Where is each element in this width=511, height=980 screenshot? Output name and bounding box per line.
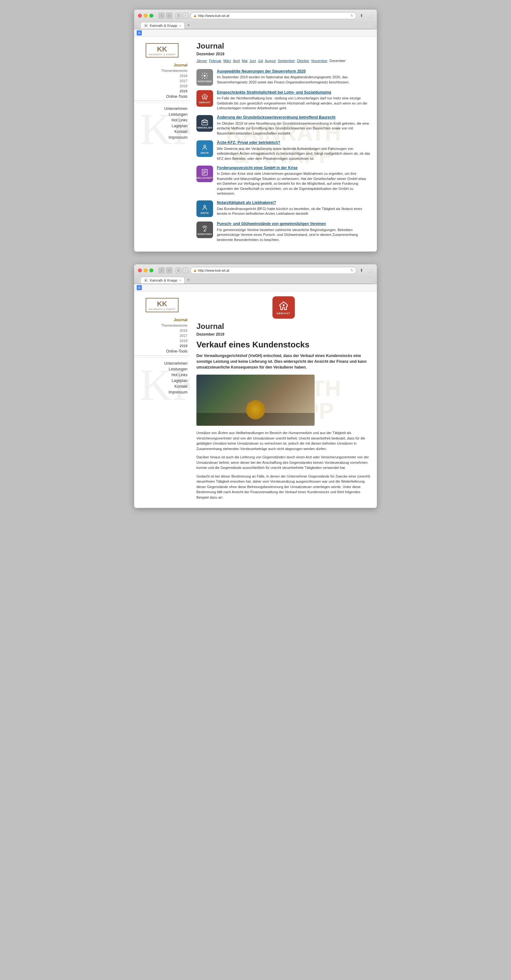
forward-button[interactable]: › bbox=[166, 13, 173, 19]
article-item-4: ÄRZTE Ärzte-KFZ: Privat oder betrieblich… bbox=[197, 140, 370, 161]
sidebar-divider bbox=[134, 101, 190, 105]
google-bookmark[interactable]: G bbox=[137, 30, 142, 35]
article-icon-5: GESELLSCHAFTEN bbox=[197, 165, 213, 182]
article-text-7: Punsch- und Glühweinstände von gemeinnüt… bbox=[217, 221, 370, 242]
url-text-2: http://www.kuk-wt.at bbox=[198, 269, 229, 272]
month-okt[interactable]: Oktober bbox=[297, 59, 309, 63]
share-icon[interactable]: ↑ bbox=[182, 13, 189, 19]
sidebar-item-onlinetools[interactable]: Online-Tools bbox=[134, 94, 190, 99]
sidebar-item-leistungen-2[interactable]: Leistungen bbox=[134, 366, 190, 372]
sidebar-item-unternehmen-2[interactable]: Unternehmen bbox=[134, 361, 190, 366]
article-title-5[interactable]: Forderungsverzicht einer GmbH in der Kri… bbox=[217, 165, 370, 171]
share-icon-2[interactable]: ↑ bbox=[182, 267, 189, 273]
sidebar-item-2018[interactable]: 2018 bbox=[134, 83, 190, 89]
sidebar-item-themenbereiche-2[interactable]: Themenbereiche bbox=[134, 323, 190, 328]
address-bar-2[interactable]: 🔒 http://www.kuk-wt.at ↻ bbox=[190, 267, 356, 274]
article-body-7: Für gemeinnützige Vereine bestehen zahlr… bbox=[217, 228, 370, 242]
month-jan[interactable]: Jänner bbox=[197, 59, 207, 63]
month-feb[interactable]: Februar bbox=[209, 59, 222, 63]
sidebar-item-themenbereiche[interactable]: Themenbereiche bbox=[134, 68, 190, 73]
tab-close-button[interactable]: × bbox=[179, 24, 181, 27]
sidebar-item-lageplan[interactable]: Lageplan bbox=[134, 123, 190, 129]
sidebar-item-impressum[interactable]: Impressum bbox=[134, 135, 190, 140]
sidebar-item-lageplan-2[interactable]: Lageplan bbox=[134, 378, 190, 383]
bookmarks-bar: G bbox=[134, 29, 377, 37]
logo-name: KAINRATH & KNAPP bbox=[149, 53, 175, 56]
month-aug[interactable]: August bbox=[265, 59, 276, 63]
tab-close-button-2[interactable]: × bbox=[179, 279, 181, 282]
sidebar-item-2016[interactable]: 2016 bbox=[134, 73, 190, 78]
lock-icon-2: 🔒 bbox=[193, 269, 197, 272]
new-tab-icon-2[interactable]: ⬜ bbox=[367, 267, 373, 274]
sidebar-item-kontakt[interactable]: Kontakt bbox=[134, 129, 190, 135]
back-button-2[interactable]: ‹ bbox=[159, 267, 165, 274]
google-bookmark-2[interactable]: G bbox=[137, 285, 142, 290]
article-body-4: Wie Gewinne aus der Veräußerung sowie la… bbox=[217, 146, 370, 161]
article-item-2: GERICHT Eingeschränkte Strafmöglichkeit … bbox=[197, 90, 370, 111]
sidebar-item-unternehmen[interactable]: Unternehmen bbox=[134, 106, 190, 111]
sidebar-item-kontakt-2[interactable]: Kontakt bbox=[134, 383, 190, 389]
new-tab-button-2[interactable]: + bbox=[185, 276, 192, 283]
minimize-button[interactable] bbox=[144, 14, 148, 18]
svg-point-6 bbox=[204, 145, 206, 147]
sidebar-item-hotlinks-2[interactable]: Hot Links bbox=[134, 372, 190, 378]
sidebar-item-leistungen[interactable]: Leistungen bbox=[134, 111, 190, 117]
month-apr[interactable]: April bbox=[233, 59, 240, 63]
close-button[interactable] bbox=[138, 14, 142, 18]
article-item-3: IMMOBILIEN Änderung der Grundstückswerte… bbox=[197, 115, 370, 136]
new-tab-button[interactable]: + bbox=[185, 21, 192, 29]
share-button-2[interactable]: ⬆ bbox=[358, 267, 365, 274]
sidebar-item-2017-2[interactable]: 2017 bbox=[134, 333, 190, 338]
sidebar-item-2016-2[interactable]: 2016 bbox=[134, 328, 190, 333]
article-title-4[interactable]: Ärzte-KFZ: Privat oder betrieblich? bbox=[217, 140, 370, 145]
month-sep[interactable]: September bbox=[278, 59, 295, 63]
month-nov[interactable]: November bbox=[311, 59, 328, 63]
month-jun[interactable]: Juni bbox=[249, 59, 256, 63]
new-tab-icon[interactable]: ⬜ bbox=[367, 13, 373, 19]
article-header-icon-label: GERICHT bbox=[276, 312, 290, 315]
minimize-button-2[interactable] bbox=[144, 269, 148, 272]
share-button[interactable]: ⬆ bbox=[358, 13, 365, 19]
sidebar-item-journal-2[interactable]: Journal bbox=[134, 317, 190, 323]
close-button-2[interactable] bbox=[138, 269, 142, 272]
article-title-3[interactable]: Änderung der Grundstückswerteverordnung … bbox=[217, 115, 370, 120]
maximize-button-2[interactable] bbox=[149, 269, 153, 272]
address-bar[interactable]: 🔒 http://www.kuk-wt.at ↻ bbox=[190, 12, 356, 19]
journal-title: Journal bbox=[197, 41, 370, 51]
article-title-1[interactable]: Ausgewählte Neuerungen der Steuerreform … bbox=[217, 69, 370, 74]
article-title-2[interactable]: Eingeschränkte Strafmöglichkeit bei Lohn… bbox=[217, 90, 370, 95]
svg-point-14 bbox=[282, 304, 284, 306]
sidebar-item-2019-2[interactable]: 2019 bbox=[134, 343, 190, 348]
sidebar-item-2017[interactable]: 2017 bbox=[134, 78, 190, 83]
back-button[interactable]: ‹ bbox=[159, 13, 165, 19]
article-title-7[interactable]: Punsch- und Glühweinstände von gemeinnüt… bbox=[217, 221, 370, 227]
big-article-title: Verkauf eines Kundenstocks bbox=[197, 340, 370, 350]
tab-active[interactable]: K Kainrath & Knapp × bbox=[141, 22, 185, 29]
forward-button-2[interactable]: › bbox=[166, 267, 173, 274]
reload-icon[interactable]: ↻ bbox=[350, 13, 354, 18]
reader-icon[interactable]: ☰ bbox=[176, 13, 181, 19]
sidebar-item-hotlinks[interactable]: Hot Links bbox=[134, 117, 190, 123]
tab-active-2[interactable]: K Kainrath & Knapp × bbox=[141, 277, 185, 283]
reader-icon-2[interactable]: ☰ bbox=[176, 267, 181, 273]
sidebar-item-onlinetools-2[interactable]: Online-Tools bbox=[134, 348, 190, 354]
maximize-button[interactable] bbox=[149, 14, 153, 18]
article-text-5: Forderungsverzicht einer GmbH in der Kri… bbox=[217, 165, 370, 196]
article-title-6[interactable]: Notarzttätigkeit als Liebhaberei? bbox=[217, 200, 370, 205]
sidebar: KK KAINRATH & KNAPP Journal Themenbereic… bbox=[134, 37, 190, 251]
sidebar-item-journal[interactable]: Journal bbox=[134, 62, 190, 68]
sidebar-link-journal-2[interactable]: Journal bbox=[137, 318, 187, 322]
sidebar-item-2018-2[interactable]: 2018 bbox=[134, 338, 190, 343]
sidebar-link-themenbereiche[interactable]: Themenbereiche bbox=[137, 69, 187, 73]
svg-point-0 bbox=[204, 75, 206, 77]
article-icon-label-1: SONSTIGES bbox=[197, 80, 212, 83]
month-mai[interactable]: Mai bbox=[242, 59, 248, 63]
month-mar[interactable]: März bbox=[223, 59, 231, 63]
article-text-4: Ärzte-KFZ: Privat oder betrieblich? Wie … bbox=[217, 140, 370, 161]
sidebar-item-impressum-2[interactable]: Impressum bbox=[134, 389, 190, 395]
month-jul[interactable]: Juli bbox=[258, 59, 263, 63]
sidebar-item-2019[interactable]: 2019 bbox=[134, 89, 190, 94]
reload-icon-2[interactable]: ↻ bbox=[350, 268, 354, 273]
svg-rect-3 bbox=[203, 122, 204, 123]
sidebar-link-journal[interactable]: Journal bbox=[137, 63, 187, 67]
